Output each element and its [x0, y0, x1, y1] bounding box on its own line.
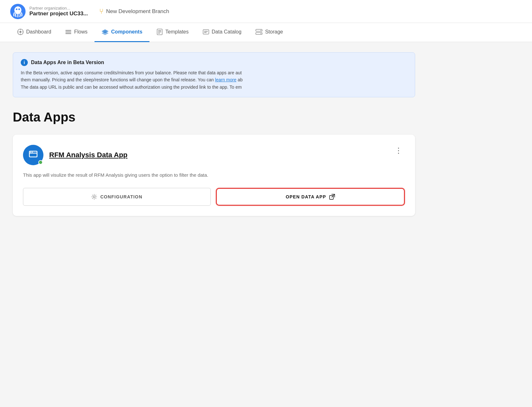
project-info: Partner organization... Partner project …	[29, 6, 88, 17]
nav-label-flows: Flows	[74, 29, 87, 35]
beta-line3: The data app URL is public and can be ac…	[21, 85, 242, 90]
svg-rect-12	[65, 33, 71, 34]
svg-rect-16	[158, 30, 161, 31]
svg-point-28	[30, 152, 31, 152]
branch-icon: ⑂	[99, 7, 103, 16]
nav-item-flows[interactable]: Flows	[58, 23, 95, 42]
nav-label-dashboard: Dashboard	[26, 29, 51, 35]
svg-rect-21	[204, 32, 207, 33]
app-card: RFM Analysis Data App ⋮ This app will vi…	[13, 135, 415, 216]
svg-point-2	[16, 8, 18, 10]
svg-rect-18	[158, 33, 160, 33]
svg-point-5	[19, 31, 21, 33]
main-content: i Data Apps Are in Beta Version In the B…	[0, 42, 447, 226]
open-data-app-button[interactable]: OPEN DATA APP	[216, 188, 405, 206]
templates-icon	[156, 29, 163, 35]
org-label: Partner organization...	[29, 6, 88, 11]
nav-item-components[interactable]: Components	[95, 23, 149, 42]
branch-name: New Development Branch	[106, 8, 169, 15]
open-button-label: OPEN DATA APP	[286, 194, 326, 199]
svg-point-30	[93, 196, 95, 198]
nav-label-data-catalog: Data Catalog	[212, 29, 241, 35]
project-name: Partner project UC33...	[29, 11, 88, 17]
nav-label-storage: Storage	[265, 29, 283, 35]
header: Partner organization... Partner project …	[0, 0, 532, 23]
nav-label-components: Components	[111, 29, 142, 35]
beta-banner: i Data Apps Are in Beta Version In the B…	[13, 52, 415, 97]
svg-rect-10	[65, 30, 71, 31]
app-description: This app will visulize the result of RFM…	[23, 172, 405, 179]
svg-rect-17	[158, 32, 161, 32]
brand: Partner organization... Partner project …	[10, 4, 88, 19]
learn-more-link[interactable]: learn more	[215, 77, 236, 82]
page-title: Data Apps	[13, 110, 434, 124]
nav-bar: Dashboard Flows Components Templates Dat…	[0, 23, 532, 42]
components-icon	[102, 29, 109, 35]
svg-rect-19	[203, 30, 209, 34]
dashboard-icon	[17, 29, 24, 35]
nav-label-templates: Templates	[165, 29, 189, 35]
beta-line2a: them manually. Pricing and the sleep/res…	[21, 77, 214, 82]
svg-marker-14	[102, 31, 109, 35]
beta-line2b: ab	[238, 77, 243, 82]
app-card-title-row: RFM Analysis Data App	[23, 145, 127, 165]
octopus-logo-icon	[10, 4, 26, 19]
nav-item-data-catalog[interactable]: Data Catalog	[196, 23, 248, 42]
beta-line1: In the Beta version, active apps consume…	[21, 70, 242, 75]
configuration-button[interactable]: CONFIGURATION	[23, 188, 211, 206]
nav-item-dashboard[interactable]: Dashboard	[10, 23, 58, 42]
external-link-icon	[329, 194, 335, 200]
info-icon: i	[21, 59, 28, 66]
flows-icon	[65, 29, 72, 35]
branch-info: ⑂ New Development Branch	[99, 7, 169, 16]
svg-rect-20	[204, 31, 208, 32]
app-name[interactable]: RFM Analysis Data App	[49, 151, 127, 159]
storage-icon	[255, 29, 262, 35]
app-avatar	[23, 145, 43, 165]
beta-banner-title-text: Data Apps Are in Beta Version	[31, 60, 104, 65]
data-catalog-icon	[203, 29, 209, 35]
gear-icon	[91, 194, 97, 200]
beta-banner-title-row: i Data Apps Are in Beta Version	[21, 59, 407, 66]
nav-item-templates[interactable]: Templates	[149, 23, 196, 42]
svg-point-3	[19, 8, 20, 10]
svg-point-29	[32, 152, 33, 152]
beta-banner-body: In the Beta version, active apps consume…	[21, 69, 407, 91]
app-status-dot	[38, 160, 43, 165]
more-options-icon[interactable]: ⋮	[392, 145, 405, 156]
app-actions: CONFIGURATION OPEN DATA APP	[23, 188, 405, 206]
nav-item-storage[interactable]: Storage	[248, 23, 290, 42]
config-button-label: CONFIGURATION	[100, 194, 142, 199]
app-avatar-icon	[28, 149, 38, 161]
svg-rect-11	[65, 32, 71, 33]
svg-point-1	[14, 6, 21, 14]
app-card-header: RFM Analysis Data App ⋮	[23, 145, 405, 165]
